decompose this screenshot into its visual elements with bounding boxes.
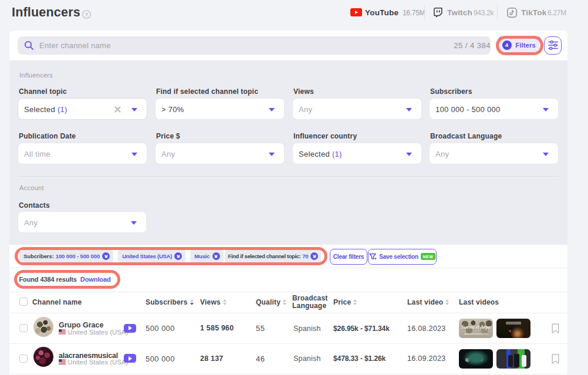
svg-text:?: ? bbox=[85, 11, 88, 17]
